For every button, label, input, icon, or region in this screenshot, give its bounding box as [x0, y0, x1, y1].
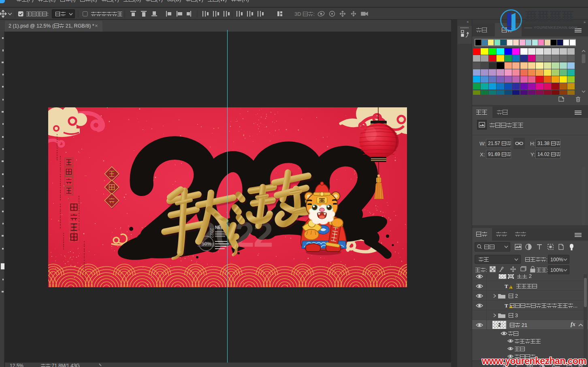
svg-text:«: «: [467, 20, 469, 24]
svg-text:2022: 2022: [209, 228, 214, 238]
svg-text:fx: fx: [515, 365, 520, 367]
svg-text:!: !: [510, 286, 511, 289]
svg-text:T: T: [505, 283, 508, 289]
svg-text:T: T: [505, 303, 508, 309]
